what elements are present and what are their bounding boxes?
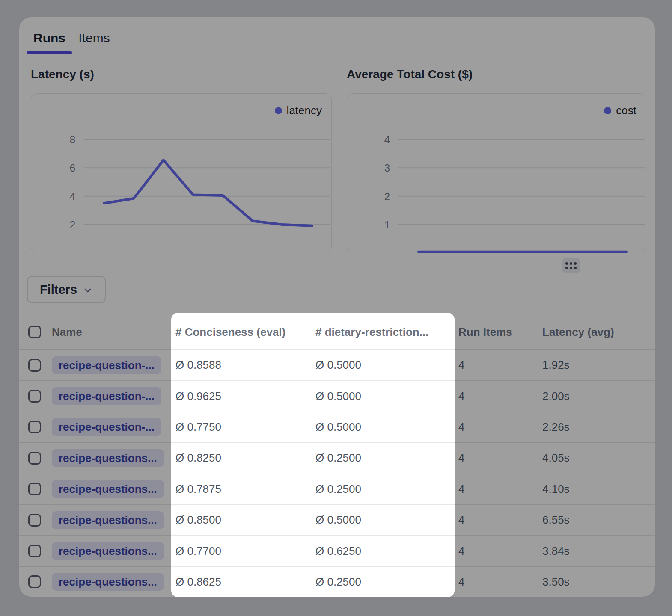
conciseness-value: Ø 0.8250 (171, 451, 311, 465)
latency-chart: 8642 latency (31, 93, 332, 252)
latency-chart-svg: 8642 (31, 94, 332, 253)
dietary-restriction-value: Ø 0.2500 (311, 483, 455, 496)
row-checkbox[interactable] (28, 483, 41, 495)
conciseness-value: Ø 0.8588 (171, 358, 311, 372)
table-row[interactable]: recipe-question-... Ø 0.7750 Ø 0.5000 4 … (19, 412, 655, 443)
table-row[interactable]: recipe-questions... Ø 0.8250 Ø 0.2500 4 … (19, 443, 655, 474)
table-row[interactable]: recipe-questions... Ø 0.7875 Ø 0.2500 4 … (19, 474, 655, 505)
table-row[interactable]: recipe-question-... Ø 0.8588 Ø 0.5000 4 … (19, 350, 655, 381)
row-checkbox[interactable] (28, 359, 41, 372)
table-row[interactable]: recipe-questions... Ø 0.8500 Ø 0.5000 4 … (19, 505, 655, 536)
latency-avg-value: 1.92s (538, 358, 655, 372)
table-row[interactable]: recipe-questions... Ø 0.7700 Ø 0.6250 4 … (19, 536, 655, 566)
dietary-restriction-value: Ø 0.5000 (311, 421, 455, 434)
latency-avg-value: 2.00s (538, 390, 655, 403)
column-header-run-items[interactable]: Run Items (455, 326, 538, 339)
column-header-name[interactable]: Name (52, 326, 171, 339)
dietary-restriction-value: Ø 0.2500 (311, 451, 455, 465)
latency-avg-value: 4.05s (538, 451, 655, 465)
latency-legend-dot (275, 107, 282, 114)
column-header-dietary-restriction[interactable]: # dietary-restriction... (311, 326, 455, 339)
chevron-down-icon (83, 285, 93, 296)
grip-dots-icon (564, 261, 578, 270)
column-header-latency-avg[interactable]: Latency (avg) (538, 326, 655, 339)
run-name-badge[interactable]: recipe-question-... (52, 356, 161, 374)
run-name-badge[interactable]: recipe-question-... (52, 387, 161, 405)
latency-avg-value: 2.26s (538, 421, 655, 434)
run-items-value: 4 (455, 575, 538, 589)
row-checkbox[interactable] (28, 514, 41, 527)
runs-table: Name # Conciseness (eval) # dietary-rest… (19, 314, 655, 597)
dietary-restriction-value: Ø 0.6250 (311, 545, 455, 558)
latency-avg-value: 3.50s (538, 575, 655, 589)
row-checkbox[interactable] (28, 452, 41, 465)
row-checkbox[interactable] (28, 390, 41, 403)
cost-legend-dot (604, 107, 611, 114)
dietary-restriction-value: Ø 0.5000 (311, 390, 455, 403)
select-all-checkbox[interactable] (28, 326, 41, 338)
table-row[interactable]: recipe-questions... Ø 0.8625 Ø 0.2500 4 … (19, 567, 655, 597)
row-checkbox[interactable] (28, 421, 41, 433)
dietary-restriction-value: Ø 0.2500 (311, 575, 455, 589)
cost-chart-title: Average Total Cost ($) (347, 68, 473, 81)
column-header-conciseness[interactable]: # Conciseness (eval) (171, 326, 311, 339)
tab-runs[interactable]: Runs (27, 31, 72, 45)
table-row[interactable]: recipe-question-... Ø 0.9625 Ø 0.5000 4 … (19, 381, 655, 412)
dietary-restriction-value: Ø 0.5000 (311, 358, 455, 372)
row-checkbox[interactable] (28, 575, 41, 588)
run-name-badge[interactable]: recipe-questions... (52, 511, 164, 529)
latency-legend-label: latency (287, 104, 322, 117)
svg-text:4: 4 (70, 191, 75, 202)
filters-button-label: Filters (40, 283, 77, 297)
run-name-badge[interactable]: recipe-questions... (52, 573, 164, 591)
resize-drag-handle[interactable] (562, 258, 580, 273)
svg-text:1: 1 (384, 219, 390, 231)
run-items-value: 4 (455, 513, 538, 527)
tabs-divider (19, 54, 655, 54)
run-name-badge[interactable]: recipe-questions... (52, 542, 164, 560)
run-items-value: 4 (455, 483, 538, 496)
cost-legend-label: cost (616, 104, 636, 117)
conciseness-value: Ø 0.8500 (171, 513, 311, 527)
latency-avg-value: 4.10s (538, 483, 655, 496)
svg-text:2: 2 (70, 219, 75, 231)
table-body: recipe-question-... Ø 0.8588 Ø 0.5000 4 … (19, 350, 655, 597)
filters-button[interactable]: Filters (27, 276, 106, 303)
latency-chart-title: Latency (s) (31, 68, 94, 81)
run-name-badge[interactable]: recipe-questions... (52, 449, 164, 467)
run-items-value: 4 (455, 390, 538, 403)
latency-legend: latency (275, 104, 322, 117)
svg-text:4: 4 (384, 134, 390, 145)
run-items-value: 4 (455, 421, 538, 434)
page: Runs Items Latency (s) Average Total Cos… (0, 0, 672, 616)
main-card: Runs Items Latency (s) Average Total Cos… (19, 17, 655, 597)
row-checkbox[interactable] (28, 545, 41, 557)
run-name-badge[interactable]: recipe-question-... (52, 418, 161, 436)
svg-text:6: 6 (70, 162, 75, 174)
conciseness-value: Ø 0.7700 (171, 545, 311, 558)
cost-legend: cost (604, 104, 636, 117)
latency-avg-value: 3.84s (538, 545, 655, 558)
run-items-value: 4 (455, 358, 538, 372)
conciseness-value: Ø 0.9625 (171, 390, 311, 403)
conciseness-value: Ø 0.7875 (171, 483, 311, 496)
svg-text:2: 2 (384, 191, 390, 202)
run-name-badge[interactable]: recipe-questions... (52, 480, 164, 498)
run-items-value: 4 (455, 451, 538, 465)
latency-avg-value: 6.55s (538, 513, 655, 527)
dietary-restriction-value: Ø 0.5000 (311, 513, 455, 527)
run-items-value: 4 (455, 545, 538, 558)
table-header-row: Name # Conciseness (eval) # dietary-rest… (19, 314, 655, 350)
conciseness-value: Ø 0.8625 (171, 575, 311, 589)
cost-chart-svg: 4321 (347, 94, 647, 253)
cost-chart: 4321 cost (347, 93, 646, 252)
svg-text:3: 3 (384, 162, 390, 174)
svg-text:8: 8 (70, 134, 75, 145)
conciseness-value: Ø 0.7750 (171, 421, 311, 434)
tab-items[interactable]: Items (72, 31, 116, 45)
